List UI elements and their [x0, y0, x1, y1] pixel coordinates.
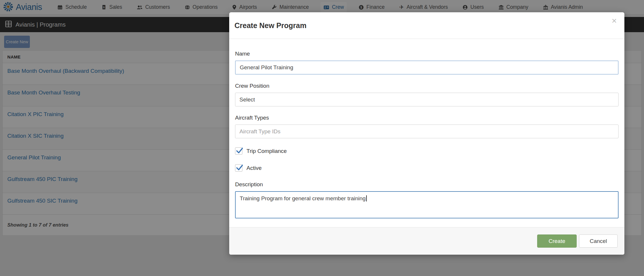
trip-compliance-row: Trip Compliance	[235, 147, 619, 155]
create-button[interactable]: Create	[537, 234, 577, 248]
trip-compliance-label: Trip Compliance	[246, 148, 287, 154]
text-cursor	[366, 195, 367, 201]
crew-position-label: Crew Position	[235, 83, 619, 89]
aircraft-types-label: Aircraft Types	[235, 115, 619, 121]
name-input[interactable]	[235, 61, 619, 75]
crew-position-selected-value: Select	[239, 96, 255, 103]
name-label: Name	[235, 51, 619, 57]
close-icon[interactable]: ×	[612, 16, 617, 25]
active-row: Active	[235, 164, 619, 172]
description-text: Training Program for general crew member…	[240, 195, 366, 201]
description-textarea[interactable]: Training Program for general crew member…	[235, 191, 619, 218]
modal-title: Create New Program	[234, 21, 306, 30]
active-label: Active	[246, 165, 262, 171]
create-program-modal: Create New Program × Name Crew Position …	[229, 12, 624, 255]
aircraft-types-input[interactable]	[235, 125, 619, 138]
modal-footer: Create Cancel	[229, 227, 624, 255]
trip-compliance-checkbox[interactable]	[235, 147, 242, 155]
modal-header: Create New Program ×	[229, 12, 624, 39]
active-checkbox[interactable]	[235, 164, 242, 172]
modal-body: Name Crew Position Select Aircraft Types…	[229, 51, 624, 218]
cancel-button[interactable]: Cancel	[579, 234, 618, 248]
description-label: Description	[235, 181, 619, 188]
crew-position-select[interactable]: Select	[235, 93, 619, 106]
